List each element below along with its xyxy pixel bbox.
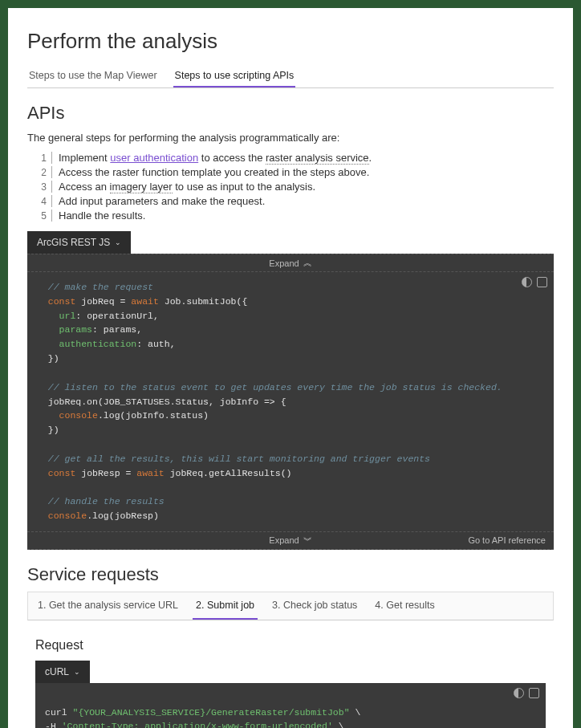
tab-map-viewer[interactable]: Steps to use the Map Viewer — [27, 65, 159, 87]
theme-toggle-icon[interactable] — [522, 277, 532, 287]
step-number: 3 — [35, 181, 47, 193]
service-tabs: 1. Get the analysis service URL 2. Submi… — [27, 592, 554, 620]
api-reference-link[interactable]: Go to API reference — [468, 535, 546, 545]
request-heading: Request — [35, 638, 546, 653]
theme-toggle-icon[interactable] — [514, 688, 524, 698]
page-title: Perform the analysis — [27, 29, 554, 54]
code-language-label: cURL — [45, 666, 69, 677]
service-requests-heading: Service requests — [27, 564, 554, 585]
step-number: 2 — [35, 167, 47, 178]
code-language-dropdown[interactable]: ArcGIS REST JS ⌄ — [27, 231, 131, 254]
steps-list: 1 Implement user authentication to acces… — [27, 152, 554, 222]
step-number: 5 — [35, 210, 47, 222]
imagery-layer-term[interactable]: imagery layer — [110, 181, 173, 193]
step-number: 4 — [35, 196, 47, 207]
apis-heading: APIs — [27, 103, 554, 124]
tab-scripting-apis[interactable]: Steps to use scripting APIs — [173, 65, 296, 87]
chevron-down-icon: ⌄ — [74, 668, 80, 676]
tab-submit-job[interactable]: 2. Submit job — [193, 592, 258, 620]
code-block-rest-js: // make the request const jobReq = await… — [27, 272, 554, 531]
tab-get-results[interactable]: 4. Get results — [372, 592, 437, 620]
chevron-down-icon: ︾ — [303, 535, 312, 547]
copy-icon[interactable] — [537, 277, 547, 287]
step-number: 1 — [35, 153, 47, 164]
chevron-up-icon: ︽ — [303, 257, 312, 269]
list-item: 5 Handle the results. — [35, 209, 554, 222]
tab-check-status[interactable]: 3. Check job status — [269, 592, 360, 620]
chevron-down-icon: ⌄ — [115, 238, 121, 246]
list-item: 4 Add input parameters and make the requ… — [35, 195, 554, 207]
expand-bottom-button[interactable]: Expand ︾ Go to API reference — [27, 531, 554, 550]
curl-language-dropdown[interactable]: cURL ⌄ — [35, 661, 90, 683]
expand-top-button[interactable]: Expand ︽ — [27, 254, 554, 272]
apis-intro: The general steps for performing the ana… — [27, 132, 554, 144]
list-item: 1 Implement user authentication to acces… — [35, 152, 554, 164]
user-authentication-link[interactable]: user authentication — [110, 152, 198, 164]
code-language-label: ArcGIS REST JS — [37, 237, 110, 248]
top-tabs: Steps to use the Map Viewer Steps to use… — [27, 65, 554, 88]
code-block-curl: curl "{YOUR_ANALYSIS_SERVICE}/GenerateRa… — [35, 683, 546, 728]
tab-get-service-url[interactable]: 1. Get the analysis service URL — [35, 592, 181, 620]
list-item: 3 Access an imagery layer to use as inpu… — [35, 181, 554, 193]
raster-analysis-service-term[interactable]: raster analysis service — [266, 152, 369, 165]
list-item: 2 Access the raster function template yo… — [35, 166, 554, 178]
copy-icon[interactable] — [529, 688, 539, 698]
